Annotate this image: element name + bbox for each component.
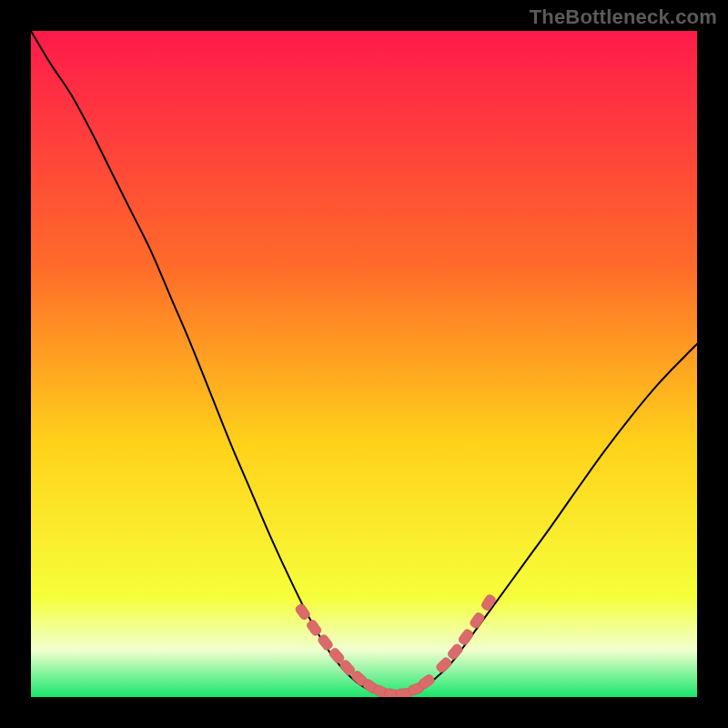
watermark-text: TheBottleneck.com: [530, 5, 717, 29]
chart-frame: TheBottleneck.com: [0, 0, 728, 728]
plot-area: [31, 31, 697, 697]
gradient-background: [31, 31, 697, 697]
chart-svg: [31, 31, 697, 697]
